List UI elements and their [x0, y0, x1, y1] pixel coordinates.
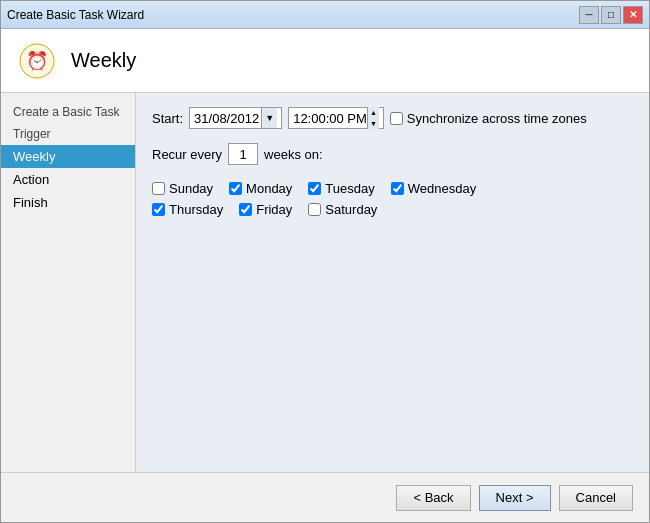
- title-bar-controls: ─ □ ✕: [579, 6, 643, 24]
- start-row: Start: 31/08/2012 ▼ 12:00:00 PM ▲ ▼ Sync…: [152, 107, 633, 129]
- day-item-monday: Monday: [229, 181, 292, 196]
- maximize-button[interactable]: □: [601, 6, 621, 24]
- main-content: Create a Basic Task Trigger Weekly Actio…: [1, 93, 649, 472]
- svg-text:⏰: ⏰: [26, 50, 49, 72]
- day-item-friday: Friday: [239, 202, 292, 217]
- day-item-wednesday: Wednesday: [391, 181, 476, 196]
- day-item-sunday: Sunday: [152, 181, 213, 196]
- days-row-1: Sunday Monday Tuesday Wednesday: [152, 181, 633, 196]
- date-input-wrapper: 31/08/2012 ▼: [189, 107, 282, 129]
- checkbox-wednesday[interactable]: [391, 182, 404, 195]
- window-title: Create Basic Task Wizard: [7, 8, 144, 22]
- label-monday: Monday: [246, 181, 292, 196]
- date-value: 31/08/2012: [194, 111, 259, 126]
- header-icon: ⏰: [17, 41, 57, 81]
- sync-checkbox[interactable]: [390, 112, 403, 125]
- cancel-button[interactable]: Cancel: [559, 485, 633, 511]
- recur-label-pre: Recur every: [152, 147, 222, 162]
- sidebar-item-weekly[interactable]: Weekly: [1, 145, 135, 168]
- recur-label-post: weeks on:: [264, 147, 323, 162]
- close-button[interactable]: ✕: [623, 6, 643, 24]
- time-up-button[interactable]: ▲: [368, 107, 379, 118]
- sidebar-item-create-basic-task: Create a Basic Task: [1, 101, 135, 123]
- sync-checkbox-area: Synchronize across time zones: [390, 111, 587, 126]
- recur-row: Recur every weeks on:: [152, 143, 633, 165]
- time-spinner: ▲ ▼: [367, 107, 379, 129]
- days-grid: Sunday Monday Tuesday Wednesday: [152, 181, 633, 217]
- label-sunday: Sunday: [169, 181, 213, 196]
- time-value: 12:00:00 PM: [293, 111, 367, 126]
- checkbox-friday[interactable]: [239, 203, 252, 216]
- day-item-tuesday: Tuesday: [308, 181, 374, 196]
- wizard-window: Create Basic Task Wizard ─ □ ✕ ⏰ Weekly …: [0, 0, 650, 523]
- day-item-thursday: Thursday: [152, 202, 223, 217]
- sidebar: Create a Basic Task Trigger Weekly Actio…: [1, 93, 136, 472]
- start-label: Start:: [152, 111, 183, 126]
- checkbox-monday[interactable]: [229, 182, 242, 195]
- checkbox-saturday[interactable]: [308, 203, 321, 216]
- recur-input[interactable]: [228, 143, 258, 165]
- time-down-button[interactable]: ▼: [368, 118, 379, 129]
- footer: < Back Next > Cancel: [1, 472, 649, 522]
- sidebar-item-trigger-header: Trigger: [1, 123, 135, 145]
- label-wednesday: Wednesday: [408, 181, 476, 196]
- minimize-button[interactable]: ─: [579, 6, 599, 24]
- content-area: Start: 31/08/2012 ▼ 12:00:00 PM ▲ ▼ Sync…: [136, 93, 649, 472]
- label-saturday: Saturday: [325, 202, 377, 217]
- days-row-2: Thursday Friday Saturday: [152, 202, 633, 217]
- wizard-header: ⏰ Weekly: [1, 29, 649, 93]
- checkbox-thursday[interactable]: [152, 203, 165, 216]
- checkbox-sunday[interactable]: [152, 182, 165, 195]
- time-input-wrapper: 12:00:00 PM ▲ ▼: [288, 107, 384, 129]
- label-thursday: Thursday: [169, 202, 223, 217]
- next-button[interactable]: Next >: [479, 485, 551, 511]
- date-dropdown-button[interactable]: ▼: [261, 108, 277, 128]
- back-button[interactable]: < Back: [396, 485, 470, 511]
- header-title: Weekly: [71, 49, 136, 72]
- checkbox-tuesday[interactable]: [308, 182, 321, 195]
- day-item-saturday: Saturday: [308, 202, 377, 217]
- label-friday: Friday: [256, 202, 292, 217]
- label-tuesday: Tuesday: [325, 181, 374, 196]
- sidebar-item-action[interactable]: Action: [1, 168, 135, 191]
- title-bar: Create Basic Task Wizard ─ □ ✕: [1, 1, 649, 29]
- sync-label: Synchronize across time zones: [407, 111, 587, 126]
- sidebar-item-finish[interactable]: Finish: [1, 191, 135, 214]
